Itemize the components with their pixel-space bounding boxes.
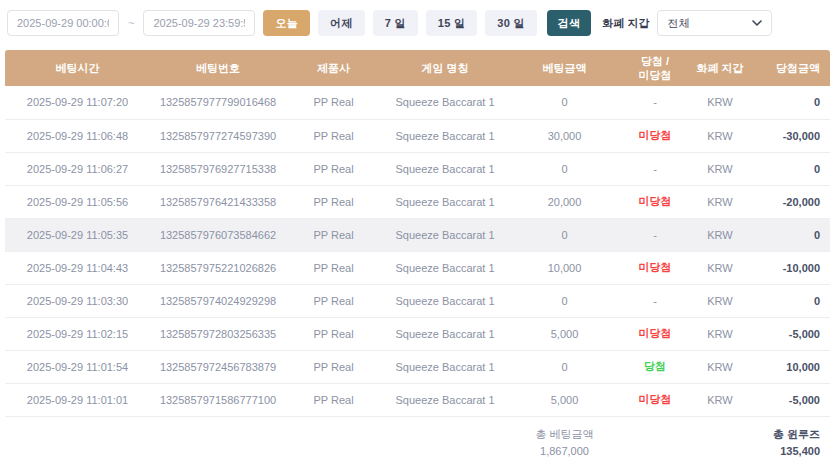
- total-bet-value: 1,867,000: [509, 443, 620, 460]
- bet-number-cell: 1325857977799016468: [150, 86, 286, 119]
- column-header: 베팅시간: [5, 50, 150, 86]
- table-row[interactable]: 2025-09-29 11:05:561325857976421433358PP…: [5, 185, 830, 218]
- game-name-cell: Squeeze Baccarat 1: [381, 284, 509, 317]
- bet-time-cell: 2025-09-29 11:03:30: [5, 284, 150, 317]
- bet-amount-cell: 30,000: [509, 119, 620, 152]
- bet-amount-cell: 0: [509, 350, 620, 383]
- table-body: 2025-09-29 11:07:201325857977799016468PP…: [5, 86, 830, 416]
- bet-amount-cell: 5,000: [509, 317, 620, 350]
- bet-time-cell: 2025-09-29 11:06:48: [5, 119, 150, 152]
- win-amount-cell: 10,000: [750, 350, 830, 383]
- bet-number-cell: 1325857975221026826: [150, 251, 286, 284]
- betting-history-table: 베팅시간베팅번호제품사게임 명칭베팅금액당첨 / 미당첨화폐 지갑당첨금액 20…: [5, 50, 830, 468]
- wallet-label: 화폐 지갑: [602, 16, 649, 31]
- result-cell: -: [620, 152, 690, 185]
- bet-time-cell: 2025-09-29 11:04:43: [5, 251, 150, 284]
- table-row[interactable]: 2025-09-29 11:01:541325857972456783879PP…: [5, 350, 830, 383]
- column-header: 당첨금액: [750, 50, 830, 86]
- provider-cell: PP Real: [286, 383, 381, 416]
- result-cell: 미당첨: [620, 383, 690, 416]
- game-name-cell: Squeeze Baccarat 1: [381, 86, 509, 119]
- wallet-cell: KRW: [690, 185, 750, 218]
- bet-number-cell: 1325857972803256335: [150, 317, 286, 350]
- game-name-cell: Squeeze Baccarat 1: [381, 218, 509, 251]
- 7-days-button[interactable]: 7 일: [373, 10, 418, 36]
- total-winlose-value: 135,400: [750, 443, 820, 460]
- table-row[interactable]: 2025-09-29 11:04:431325857975221026826PP…: [5, 251, 830, 284]
- win-amount-cell: 0: [750, 284, 830, 317]
- result-cell: 미당첨: [620, 317, 690, 350]
- column-header: 제품사: [286, 50, 381, 86]
- bet-number-cell: 1325857971586777100: [150, 383, 286, 416]
- wallet-cell: KRW: [690, 251, 750, 284]
- wallet-cell: KRW: [690, 119, 750, 152]
- 15-days-button[interactable]: 15 일: [426, 10, 478, 36]
- chevron-down-icon: [752, 20, 762, 26]
- provider-cell: PP Real: [286, 317, 381, 350]
- bet-time-cell: 2025-09-29 11:01:54: [5, 350, 150, 383]
- bet-number-cell: 1325857977274597390: [150, 119, 286, 152]
- game-name-cell: Squeeze Baccarat 1: [381, 119, 509, 152]
- wallet-cell: KRW: [690, 350, 750, 383]
- win-amount-cell: 0: [750, 86, 830, 119]
- game-name-cell: Squeeze Baccarat 1: [381, 152, 509, 185]
- bet-time-cell: 2025-09-29 11:01:01: [5, 383, 150, 416]
- date-from-input[interactable]: [7, 10, 119, 36]
- provider-cell: PP Real: [286, 119, 381, 152]
- bet-time-cell: 2025-09-29 11:06:27: [5, 152, 150, 185]
- result-cell: 당첨: [620, 350, 690, 383]
- table-row[interactable]: 2025-09-29 11:07:201325857977799016468PP…: [5, 86, 830, 119]
- table-row[interactable]: 2025-09-29 11:02:151325857972803256335PP…: [5, 317, 830, 350]
- game-name-cell: Squeeze Baccarat 1: [381, 317, 509, 350]
- bet-number-cell: 1325857976073584662: [150, 218, 286, 251]
- result-cell: 미당첨: [620, 185, 690, 218]
- win-amount-cell: -20,000: [750, 185, 830, 218]
- bet-number-cell: 1325857972456783879: [150, 350, 286, 383]
- search-button[interactable]: 검색: [547, 10, 592, 36]
- wallet-cell: KRW: [690, 317, 750, 350]
- table-row[interactable]: 2025-09-29 11:03:301325857974024929298PP…: [5, 284, 830, 317]
- win-amount-cell: 0: [750, 218, 830, 251]
- table-row[interactable]: 2025-09-29 11:06:271325857976927715338PP…: [5, 152, 830, 185]
- wallet-cell: KRW: [690, 284, 750, 317]
- yesterday-button[interactable]: 어제: [318, 10, 365, 36]
- bet-time-cell: 2025-09-29 11:02:15: [5, 317, 150, 350]
- column-header: 베팅금액: [509, 50, 620, 86]
- bet-amount-cell: 20,000: [509, 185, 620, 218]
- provider-cell: PP Real: [286, 218, 381, 251]
- table-row[interactable]: 2025-09-29 11:06:481325857977274597390PP…: [5, 119, 830, 152]
- provider-cell: PP Real: [286, 185, 381, 218]
- wallet-select[interactable]: 전체: [657, 10, 772, 36]
- table-footer-row: 총 베팅금액 1,867,000 총 윈루즈 135,400: [5, 416, 830, 468]
- win-amount-cell: -30,000: [750, 119, 830, 152]
- table-header-row: 베팅시간베팅번호제품사게임 명칭베팅금액당첨 / 미당첨화폐 지갑당첨금액: [5, 50, 830, 86]
- bet-amount-cell: 0: [509, 284, 620, 317]
- table-row[interactable]: 2025-09-29 11:01:011325857971586777100PP…: [5, 383, 830, 416]
- result-cell: -: [620, 218, 690, 251]
- provider-cell: PP Real: [286, 284, 381, 317]
- today-button[interactable]: 오늘: [263, 10, 310, 36]
- win-amount-cell: -10,000: [750, 251, 830, 284]
- filter-bar: ~ 오늘 어제 7 일 15 일 30 일 검색 화폐 지갑 전체: [0, 0, 835, 36]
- bet-number-cell: 1325857976421433358: [150, 185, 286, 218]
- column-header: 당첨 / 미당첨: [620, 50, 690, 86]
- win-amount-cell: -5,000: [750, 317, 830, 350]
- date-to-input[interactable]: [143, 10, 255, 36]
- column-header: 화폐 지갑: [690, 50, 750, 86]
- total-bet-label: 총 베팅금액: [509, 426, 620, 443]
- total-winlose-label: 총 윈루즈: [750, 426, 820, 443]
- provider-cell: PP Real: [286, 86, 381, 119]
- table-row[interactable]: 2025-09-29 11:05:351325857976073584662PP…: [5, 218, 830, 251]
- column-header: 게임 명칭: [381, 50, 509, 86]
- wallet-cell: KRW: [690, 152, 750, 185]
- provider-cell: PP Real: [286, 350, 381, 383]
- 30-days-button[interactable]: 30 일: [485, 10, 537, 36]
- result-cell: -: [620, 86, 690, 119]
- bet-amount-cell: 10,000: [509, 251, 620, 284]
- bet-number-cell: 1325857976927715338: [150, 152, 286, 185]
- wallet-cell: KRW: [690, 86, 750, 119]
- provider-cell: PP Real: [286, 251, 381, 284]
- wallet-cell: KRW: [690, 383, 750, 416]
- win-amount-cell: 0: [750, 152, 830, 185]
- bet-amount-cell: 0: [509, 152, 620, 185]
